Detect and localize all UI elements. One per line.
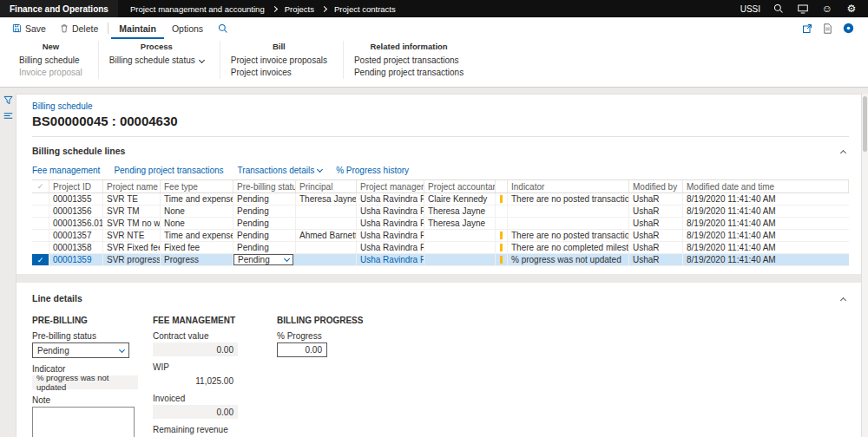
cell-project-id[interactable]: 00001359 [49,254,103,265]
cell-project-id[interactable]: 00001357 [49,230,103,241]
cell-project-manager[interactable]: Usha Ravindra Rao [357,205,424,217]
col-header-modified-date[interactable]: Modified date and time [683,180,849,192]
cell-fee-type[interactable]: Time and expense [161,193,233,205]
cell-principal[interactable] [296,218,357,229]
cell-pre-billing-status[interactable]: Pending [233,230,296,241]
table-row[interactable]: 00001356 SVR TM None Pending Usha Ravind… [32,205,849,218]
vertical-scrollbar[interactable] [862,94,868,437]
col-header-modified-by[interactable]: Modified by [629,180,683,192]
cell-project-id[interactable]: 00001358 [49,242,103,253]
cell-project-manager[interactable]: Usha Ravindra Rao [357,242,424,253]
save-button[interactable]: Save [5,17,53,39]
row-checkbox[interactable] [32,205,49,217]
cell-principal[interactable] [296,242,357,253]
cell-project-name[interactable]: SVR progress [103,254,161,265]
search-icon[interactable] [773,3,785,15]
cell-project-name[interactable]: SVR TE [103,193,161,205]
cell-principal[interactable] [296,254,357,265]
cell-project-accountant[interactable] [424,254,496,265]
pending-project-transactions-link[interactable]: Pending project transactions [114,166,223,175]
collapse-chevron-icon[interactable] [838,141,849,160]
project-invoices-button[interactable]: Project invoices [231,67,327,79]
billing-schedule-button[interactable]: Billing schedule [19,55,82,67]
col-header-project-id[interactable]: Project ID [49,180,103,192]
delete-button[interactable]: Delete [53,17,105,39]
row-checkbox[interactable] [32,242,49,253]
pre-billing-status-select[interactable]: Pending [32,342,129,358]
cell-project-manager[interactable]: Usha Ravindra Rao [357,230,424,241]
cell-fee-type[interactable]: None [161,218,233,229]
table-row[interactable]: 00001359 SVR progress Progress Pending U… [32,254,849,266]
cell-project-accountant[interactable]: Theresa Jayne [424,218,496,229]
filter-icon[interactable] [3,95,13,105]
cell-fee-type[interactable]: None [161,205,233,217]
col-header-pre-billing-status[interactable]: Pre-billing status [233,180,296,192]
cell-project-id[interactable]: 00001356 [49,205,103,217]
ribbon-search-icon[interactable] [211,17,235,39]
menu-lines-icon[interactable] [3,112,13,120]
col-header-project-name[interactable]: Project name [103,180,161,192]
tab-options[interactable]: Options [164,17,211,39]
cell-principal[interactable]: Ahmed Barnett [296,230,357,241]
chat-icon[interactable] [843,23,854,34]
cell-fee-type[interactable]: Fixed fee [161,242,233,253]
company-picker[interactable]: USSI [740,4,760,14]
breadcrumb-module[interactable]: Project management and accounting [130,4,265,14]
cell-pre-billing-status[interactable]: Pending [233,218,296,229]
note-textarea[interactable] [32,407,135,437]
cell-pre-billing-status[interactable]: Pending [233,193,296,205]
fee-management-link[interactable]: Fee management [32,166,100,175]
row-checkbox[interactable] [32,193,49,205]
cell-pre-billing-status[interactable]: Pending [233,254,293,265]
document-icon[interactable] [823,23,832,34]
cell-project-name[interactable]: SVR Fixed fee [103,242,161,253]
project-invoice-proposals-button[interactable]: Project invoice proposals [231,55,327,67]
breadcrumb-area[interactable]: Projects [285,4,314,14]
pending-project-transactions-button[interactable]: Pending project transactions [354,67,464,79]
posted-project-transactions-button[interactable]: Posted project transactions [354,55,464,67]
cell-project-manager[interactable]: Usha Ravindra Rao [357,193,424,205]
col-header-fee-type[interactable]: Fee type [161,180,233,192]
cell-project-name[interactable]: SVR TM no wip [103,218,161,229]
breadcrumb-page[interactable]: Project contracts [334,4,396,14]
collapse-chevron-icon[interactable] [838,289,849,308]
app-title[interactable]: Finance and Operations [0,0,118,17]
table-row[interactable]: 00001357 SVR NTE Time and expense NTE Pe… [32,230,849,242]
table-row[interactable]: 00001358 SVR Fixed fee Fixed fee Pending… [32,242,849,254]
chevron-down-icon[interactable] [284,256,290,262]
cell-fee-type[interactable]: Time and expense NTE [161,230,233,241]
col-header-principal[interactable]: Principal [296,180,357,192]
monitor-icon[interactable] [797,3,809,15]
row-checkbox[interactable] [32,230,49,241]
billing-schedule-status-menu[interactable]: Billing schedule status [109,55,204,67]
progress-history-link[interactable]: % Progress history [336,166,409,175]
col-header-indicator[interactable]: Indicator [508,180,629,192]
table-row[interactable]: 00001355 SVR TE Time and expense Pending… [32,193,849,205]
cell-project-accountant[interactable] [424,242,496,253]
row-checkbox[interactable] [32,254,49,265]
cell-project-accountant[interactable]: Claire Kennedy [424,193,496,205]
cell-project-name[interactable]: SVR NTE [103,230,161,241]
tab-maintain[interactable]: Maintain [111,17,164,39]
cell-pre-billing-status[interactable]: Pending [233,242,296,253]
table-row[interactable]: 00001356.01 SVR TM no wip None Pending U… [32,218,849,230]
open-in-new-icon[interactable] [802,23,812,34]
transactions-details-menu[interactable]: Transactions details [238,166,323,175]
cell-principal[interactable] [296,205,357,217]
percent-progress-input[interactable]: 0.00 [277,342,327,357]
cell-project-manager[interactable]: Usha Ravindra Rao [357,254,424,265]
cell-fee-type[interactable]: Progress [161,254,233,265]
cell-project-accountant[interactable] [424,230,496,241]
cell-principal[interactable]: Theresa Jayne [296,193,357,205]
row-checkbox[interactable] [32,218,49,229]
cell-project-accountant[interactable]: Theresa Jayne [424,205,496,217]
cell-pre-billing-status[interactable]: Pending [233,205,296,217]
cell-project-name[interactable]: SVR TM [103,205,161,217]
cell-project-id[interactable]: 00001355 [49,193,103,205]
smiley-icon[interactable]: ☺ [821,3,833,15]
cell-project-id[interactable]: 00001356.01 [49,218,103,229]
select-all-checkbox[interactable] [32,180,49,192]
col-header-project-manager[interactable]: Project manager [357,180,424,192]
col-header-project-accountant[interactable]: Project accountant [424,180,496,192]
scrollbar-thumb[interactable] [863,96,867,152]
